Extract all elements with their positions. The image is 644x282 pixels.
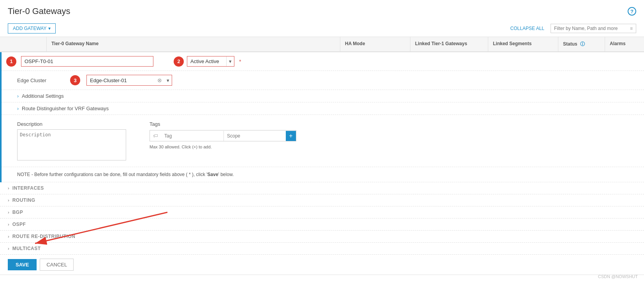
col-header-5: Linked Segments [488,37,558,51]
ospf-chevron: › [8,222,9,227]
tags-note: Max 30 allowed. Click (+) to add. [150,145,296,149]
section-ospf[interactable]: › OSPF [0,219,644,231]
additional-settings-row[interactable]: › Additional Settings [2,90,644,102]
ha-mode-value: Active Active [187,56,226,66]
col-header-3: HA Mode [340,37,410,51]
save-button[interactable]: SAVE [8,259,37,270]
tag-input[interactable] [161,131,223,141]
toolbar: ADD GATEWAY ▾ COLLAPSE ALL ≡ [0,20,644,37]
help-icon[interactable]: ? [628,7,636,16]
status-info-icon: ⓘ [580,41,585,47]
col-header-6: Status ⓘ [558,37,605,51]
additional-settings-label: Additional Settings [22,93,64,99]
step-badge-3: 3 [70,75,80,85]
page-header: Tier-0 Gateways ? [0,0,644,20]
edge-cluster-label: Edge Cluster [17,78,64,83]
note-row: NOTE - Before further configurations can… [2,167,644,182]
description-section: Description [17,121,126,160]
bgp-chevron: › [8,210,9,215]
watermark: CSDN @NOWSHUT [598,274,638,279]
description-textarea[interactable] [17,129,126,160]
route-distinguisher-chevron: › [17,106,19,111]
section-multicast[interactable]: › MULTICAST [0,243,644,255]
chevron-down-icon: ▾ [48,26,51,31]
ha-mode-dropdown-icon[interactable]: ▾ [226,56,234,66]
edge-cluster-value: Edge-Cluster-01 [87,76,155,85]
filter-icon: ≡ [630,26,633,31]
section-route-redistribution[interactable]: › ROUTE RE-DISTRIBUTION [0,231,644,243]
content-area: 1 2 Active Active ▾ * Edge Cluster 3 Edg… [0,52,644,275]
tags-section: Tags 🏷 + Max 30 allowed. Click (+) to ad… [150,121,296,149]
tag-icon: 🏷 [150,130,161,141]
table-header: Tier-0 Gateway Name HA Mode Linked Tier-… [0,37,644,52]
tags-label: Tags [150,121,296,127]
filter-input[interactable] [554,26,628,31]
desc-tags-row: Description Tags 🏷 + Max 30 allowed. Cli… [2,115,644,167]
gateway-name-input[interactable] [21,56,153,67]
interfaces-label: INTERFACES [12,185,44,191]
route-redistribution-label: ROUTE RE-DISTRIBUTION [12,234,76,239]
routing-label: ROUTING [12,197,35,203]
bgp-label: BGP [12,210,23,215]
section-interfaces[interactable]: › INTERFACES [0,182,644,194]
ospf-label: OSPF [12,222,26,227]
routing-chevron: › [8,198,9,203]
edge-cluster-dropdown-icon[interactable]: ▾ [164,76,172,85]
edge-cluster-input-wrapper[interactable]: Edge-Cluster-01 ⊗ ▾ [86,75,172,86]
route-distinguisher-row[interactable]: › Route Distinguisher for VRF Gateways [2,102,644,115]
add-gateway-label: ADD GATEWAY [13,26,46,31]
filter-input-wrapper: ≡ [551,24,636,33]
edge-cluster-row: Edge Cluster 3 Edge-Cluster-01 ⊗ ▾ [2,71,644,90]
gateway-row: 1 2 Active Active ▾ * Edge Cluster 3 Edg… [0,52,644,182]
add-gateway-button[interactable]: ADD GATEWAY ▾ [8,23,56,33]
multicast-chevron: › [8,246,9,251]
section-routing[interactable]: › ROUTING [0,194,644,206]
page-title: Tier-0 Gateways [8,6,70,16]
edge-cluster-clear-icon[interactable]: ⊗ [155,75,164,85]
route-distinguisher-label: Route Distinguisher for VRF Gateways [22,106,109,111]
description-label: Description [17,121,126,127]
toolbar-right: COLLAPSE ALL ≡ [510,24,636,33]
section-bgp[interactable]: › BGP [0,206,644,219]
col-header-1 [0,37,47,51]
cancel-button[interactable]: CANCEL [40,259,74,271]
step-badge-1: 1 [6,56,16,67]
ha-mode-select-wrapper[interactable]: Active Active ▾ [187,56,234,67]
col-header-7: Alarms [605,37,644,51]
interfaces-chevron: › [8,186,9,190]
tags-add-button[interactable]: + [286,131,296,141]
multicast-label: MULTICAST [12,246,41,251]
col-header-4: Linked Tier-1 Gateways [410,37,488,51]
tags-input-row: 🏷 + [150,130,296,141]
collapse-all-link[interactable]: COLLAPSE ALL [510,26,544,31]
ha-mode-section: 2 Active Active ▾ * [174,56,241,67]
gateway-name-row: 1 2 Active Active ▾ * [2,52,644,71]
required-star: * [239,58,241,65]
scope-input[interactable] [223,131,286,141]
actions-row: SAVE CANCEL [0,255,644,275]
col-header-2: Tier-0 Gateway Name [47,37,340,51]
route-redistribution-chevron: › [8,234,9,239]
note-text: NOTE - Before further configurations can… [17,172,628,177]
step-badge-2: 2 [174,56,184,67]
additional-settings-chevron: › [17,93,19,99]
